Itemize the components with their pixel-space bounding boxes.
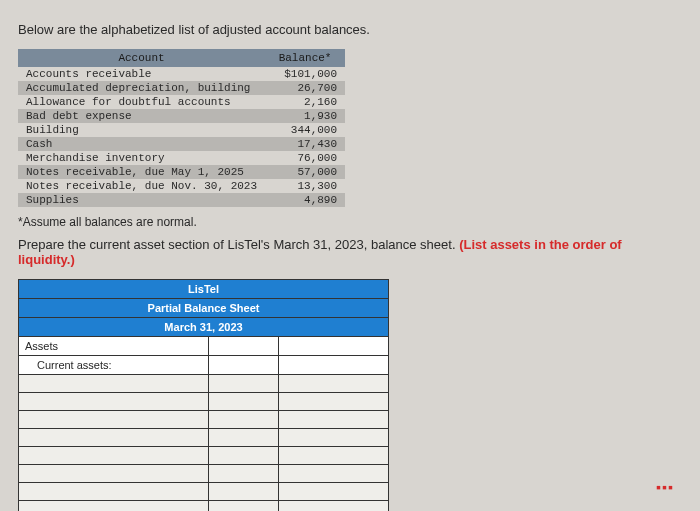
worksheet-row-assets: Assets [19,337,209,356]
balance-row-value: 1,930 [265,109,345,123]
worksheet-input-cell[interactable] [209,393,279,411]
worksheet-title-company: LisTel [19,280,389,299]
balance-row-label: Building [18,123,265,137]
worksheet-input-cell[interactable] [279,393,389,411]
worksheet-cell[interactable] [209,337,279,356]
worksheet-input-cell[interactable] [209,447,279,465]
worksheet-input-cell[interactable] [209,465,279,483]
balance-row-value: 17,430 [265,137,345,151]
balance-row-label: Cash [18,137,265,151]
worksheet-input-label[interactable] [19,429,209,447]
worksheet-cell[interactable] [279,356,389,375]
balance-row-value: 13,300 [265,179,345,193]
balance-row-label: Notes receivable, due May 1, 2025 [18,165,265,179]
balance-row-label: Bad debt expense [18,109,265,123]
worksheet-input-cell[interactable] [279,375,389,393]
worksheet-input-cell[interactable] [279,411,389,429]
worksheet-input-cell[interactable] [279,483,389,501]
instruction-pre: Prepare the current asset section of Lis… [18,237,459,252]
balance-row-value: $101,000 [265,67,345,81]
balance-row-value: 4,890 [265,193,345,207]
balance-row-value: 344,000 [265,123,345,137]
balances-header-balance: Balance* [265,49,345,67]
worksheet-title-statement: Partial Balance Sheet [19,299,389,318]
worksheet-cell[interactable] [279,337,389,356]
balance-row-label: Accumulated depreciation, building [18,81,265,95]
worksheet-input-label[interactable] [19,447,209,465]
balance-row-value: 26,700 [265,81,345,95]
worksheet-input-cell[interactable] [209,501,279,512]
footnote-text: *Assume all balances are normal. [18,215,682,229]
worksheet-input-cell[interactable] [209,411,279,429]
balance-row-label: Merchandise inventory [18,151,265,165]
worksheet-input-cell[interactable] [279,501,389,512]
worksheet-table: LisTel Partial Balance Sheet March 31, 2… [18,279,389,511]
worksheet-input-cell[interactable] [279,429,389,447]
worksheet-row-current: Current assets: [19,356,209,375]
intro-text: Below are the alphabetized list of adjus… [18,22,682,37]
worksheet-input-cell[interactable] [209,483,279,501]
balance-row-value: 2,160 [265,95,345,109]
instruction-text: Prepare the current asset section of Lis… [18,237,682,267]
balance-row-value: 76,000 [265,151,345,165]
ellipsis-icon: ▪▪▪ [656,479,674,495]
balance-row-label: Supplies [18,193,265,207]
worksheet-input-cell[interactable] [209,429,279,447]
balance-row-label: Notes receivable, due Nov. 30, 2023 [18,179,265,193]
worksheet-input-label[interactable] [19,501,209,512]
worksheet-input-label[interactable] [19,465,209,483]
balance-row-label: Accounts receivable [18,67,265,81]
worksheet-title-date: March 31, 2023 [19,318,389,337]
worksheet-input-label[interactable] [19,393,209,411]
worksheet-input-label[interactable] [19,483,209,501]
worksheet-input-label[interactable] [19,411,209,429]
balance-row-label: Allowance for doubtful accounts [18,95,265,109]
worksheet-input-cell[interactable] [279,465,389,483]
worksheet-input-cell[interactable] [209,375,279,393]
worksheet-cell[interactable] [209,356,279,375]
balances-header-account: Account [18,49,265,67]
balance-row-value: 57,000 [265,165,345,179]
balances-table: Account Balance* Accounts receivable$101… [18,49,345,207]
worksheet-input-label[interactable] [19,375,209,393]
worksheet-input-cell[interactable] [279,447,389,465]
